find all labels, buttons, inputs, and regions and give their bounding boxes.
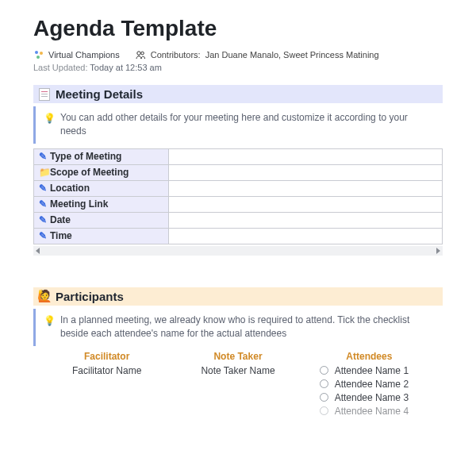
contributors-names: Jan Duane Manalo, Sweet Princess Matinin… bbox=[205, 50, 379, 60]
svg-point-3 bbox=[137, 51, 140, 54]
detail-key-location: ✎Location bbox=[34, 180, 169, 196]
detail-value-cell[interactable] bbox=[169, 212, 443, 228]
last-updated-row: Last Updated: Today at 12:53 am bbox=[33, 63, 443, 72]
table-row: ✎Date bbox=[34, 212, 443, 228]
detail-value-cell[interactable] bbox=[169, 148, 443, 164]
pen-icon: ✎ bbox=[39, 183, 48, 194]
meeting-details-header: Meeting Details bbox=[33, 85, 443, 103]
detail-label: Scope of Meeting bbox=[50, 167, 129, 178]
detail-key-type: ✎Type of Meeting bbox=[34, 148, 169, 164]
attendee-name: Attendee Name 3 bbox=[335, 392, 409, 403]
facilitator-header: Facilitator bbox=[44, 351, 169, 362]
lightbulb-icon: 💡 bbox=[44, 112, 56, 139]
participants-header: 🙋 Participants bbox=[33, 287, 443, 306]
attendees-header: Attendees bbox=[307, 351, 432, 362]
team-icon bbox=[33, 49, 44, 60]
facilitator-value[interactable]: Facilitator Name bbox=[44, 365, 169, 376]
detail-label: Meeting Link bbox=[50, 198, 108, 210]
pen-icon: ✎ bbox=[39, 151, 48, 162]
radio-icon[interactable] bbox=[320, 393, 328, 402]
svg-point-0 bbox=[35, 51, 38, 54]
svg-point-1 bbox=[40, 52, 43, 55]
lightbulb-icon: 💡 bbox=[44, 314, 56, 341]
meta-row: Virtual Champions Contributors: Jan Duan… bbox=[33, 49, 443, 60]
detail-label: Type of Meeting bbox=[50, 151, 121, 162]
detail-value-cell[interactable] bbox=[169, 228, 443, 244]
attendee-item[interactable]: Attendee Name 4 bbox=[307, 406, 432, 417]
details-callout: 💡 You can add other details for your mee… bbox=[33, 106, 443, 144]
pen-icon: ✎ bbox=[39, 214, 48, 225]
detail-value-cell[interactable] bbox=[169, 164, 443, 180]
radio-icon[interactable] bbox=[320, 379, 328, 388]
table-row: ✎Location bbox=[34, 180, 443, 196]
detail-label: Location bbox=[50, 183, 90, 194]
horizontal-scrollbar[interactable] bbox=[33, 246, 443, 256]
radio-icon[interactable] bbox=[320, 406, 328, 415]
detail-label: Time bbox=[50, 230, 72, 241]
participants-callout: 💡 In a planned meeting, we already know … bbox=[33, 309, 443, 346]
folder-icon: 📁 bbox=[39, 167, 48, 178]
table-row: ✎Meeting Link bbox=[34, 196, 443, 212]
radio-icon[interactable] bbox=[320, 366, 328, 375]
participants-columns: Facilitator Facilitator Name Note Taker … bbox=[33, 351, 443, 417]
contributors-icon bbox=[136, 49, 146, 60]
participants-callout-text: In a planned meeting, we already know wh… bbox=[60, 314, 435, 341]
table-row: 📁Scope of Meeting bbox=[34, 164, 443, 180]
detail-label: Date bbox=[50, 214, 71, 225]
detail-value-cell[interactable] bbox=[169, 180, 443, 196]
attendees-column: Attendees Attendee Name 1 Attendee Name … bbox=[307, 351, 432, 417]
table-row: ✎Time bbox=[34, 228, 443, 244]
contributors-label: Contributors: bbox=[151, 50, 201, 60]
table-row: ✎Type of Meeting bbox=[34, 148, 443, 164]
detail-key-link: ✎Meeting Link bbox=[34, 196, 169, 212]
notetaker-column: Note Taker Note Taker Name bbox=[175, 351, 300, 417]
notetaker-value[interactable]: Note Taker Name bbox=[175, 365, 300, 376]
team-name: Virtual Champions bbox=[48, 50, 120, 60]
last-updated-value: Today at 12:53 am bbox=[90, 63, 162, 72]
notetaker-header: Note Taker bbox=[175, 351, 300, 362]
detail-key-scope: 📁Scope of Meeting bbox=[34, 164, 169, 180]
detail-key-time: ✎Time bbox=[34, 228, 169, 244]
detail-key-date: ✎Date bbox=[34, 212, 169, 228]
details-callout-text: You can add other details for your meeti… bbox=[60, 111, 435, 139]
attendee-name: Attendee Name 2 bbox=[335, 379, 409, 390]
participants-heading: Participants bbox=[56, 290, 124, 303]
attendee-name: Attendee Name 4 bbox=[335, 406, 409, 417]
attendee-name: Attendee Name 1 bbox=[335, 365, 409, 376]
attendee-item[interactable]: Attendee Name 3 bbox=[307, 392, 432, 403]
attendee-list: Attendee Name 1 Attendee Name 2 Attendee… bbox=[307, 365, 432, 417]
meeting-details-heading: Meeting Details bbox=[56, 87, 143, 101]
last-updated-label: Last Updated: bbox=[33, 63, 88, 72]
hand-wave-icon: 🙋 bbox=[38, 290, 51, 302]
attendee-item[interactable]: Attendee Name 2 bbox=[307, 379, 432, 390]
notepad-icon bbox=[38, 88, 51, 101]
pen-icon: ✎ bbox=[39, 198, 48, 210]
pen-icon: ✎ bbox=[39, 230, 48, 241]
page-title: Agenda Template bbox=[33, 16, 443, 41]
svg-point-2 bbox=[36, 56, 40, 59]
detail-value-cell[interactable] bbox=[169, 196, 443, 212]
svg-point-4 bbox=[141, 52, 144, 55]
attendee-item[interactable]: Attendee Name 1 bbox=[307, 365, 432, 376]
facilitator-column: Facilitator Facilitator Name bbox=[44, 351, 169, 417]
meeting-details-table: ✎Type of Meeting 📁Scope of Meeting ✎Loca… bbox=[33, 148, 443, 244]
